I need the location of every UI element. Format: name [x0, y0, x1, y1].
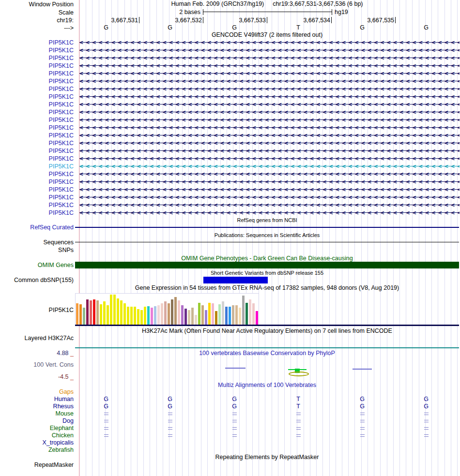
gtex-tissue-bar[interactable] [208, 303, 211, 325]
multiz-species-label[interactable]: Dog [62, 417, 74, 425]
gtex-tissue-bar[interactable] [144, 307, 146, 325]
gencode-transcript-label[interactable]: PIP5K1C [49, 202, 74, 208]
gtex-tissue-bar[interactable] [201, 305, 204, 325]
gtex-tissue-bar[interactable] [103, 301, 106, 325]
gencode-transcript-label[interactable]: PIP5K1C [49, 155, 74, 162]
gtex-tissue-bar[interactable] [188, 310, 190, 325]
omim-gene-bar[interactable] [75, 262, 459, 268]
gtex-tissue-bar[interactable] [154, 306, 156, 325]
multiz-alignment-mark[interactable] [360, 420, 365, 422]
gencode-transcript-label[interactable]: PIP5K1C [49, 62, 74, 69]
multiz-alignment-mark[interactable] [232, 413, 237, 415]
gtex-tissue-bar[interactable] [181, 305, 184, 325]
gtex-tissue-bar[interactable] [245, 303, 248, 325]
multiz-alignment-mark[interactable] [232, 420, 237, 422]
gtex-tissue-bar[interactable] [174, 297, 177, 325]
gtex-tissue-bar[interactable] [198, 303, 200, 325]
refseq-curated-label[interactable]: RefSeq Curated [30, 224, 74, 231]
gtex-tissue-bar[interactable] [161, 303, 163, 325]
gencode-transcript-label[interactable]: PIP5K1C [49, 209, 74, 216]
gtex-tissue-bar[interactable] [225, 307, 228, 325]
multiz-alignment-mark[interactable] [296, 434, 301, 437]
gencode-transcript-arrows[interactable]: <<<<<<<<<<<<<<<<<<<<<<<<<<<<<<<<<<<<<<<<… [79, 124, 460, 132]
gtex-tissue-bar[interactable] [239, 308, 241, 325]
multiz-aligned-base[interactable]: G [359, 403, 366, 410]
gtex-tissue-bar[interactable] [232, 305, 234, 325]
multiz-species-label[interactable]: Human [54, 396, 74, 403]
gtex-tissue-bar[interactable] [134, 307, 136, 325]
gencode-transcript-arrows[interactable]: <<<<<<<<<<<<<<<<<<<<<<<<<<<<<<<<<<<<<<<<… [79, 77, 460, 85]
gencode-transcript-label[interactable]: PIP5K1C [49, 70, 74, 77]
gtex-tissue-bar[interactable] [222, 301, 224, 325]
gtex-tissue-bar[interactable] [151, 308, 153, 325]
multiz-alignment-mark[interactable] [168, 427, 172, 430]
gtex-tissue-bar[interactable] [242, 296, 245, 325]
gencode-transcript-label[interactable]: PIP5K1C [49, 47, 74, 54]
gtex-expression-chart[interactable] [75, 293, 259, 325]
multiz-aligned-base[interactable]: T [295, 403, 302, 410]
gencode-transcript-arrows[interactable]: <<<<<<<<<<<<<<<<<<<<<<<<<<<<<<<<<<<<<<<<… [79, 193, 460, 201]
gtex-tissue-bar[interactable] [130, 307, 133, 325]
repeatmasker-label[interactable]: RepeatMasker [34, 461, 74, 468]
gtex-tissue-bar[interactable] [215, 311, 217, 325]
gencode-transcript-label[interactable]: PIP5K1C [49, 178, 74, 185]
gtex-tissue-bar[interactable] [140, 310, 143, 325]
gencode-transcript-arrows[interactable]: <<<<<<<<<<<<<<<<<<<<<<<<<<<<<<<<<<<<<<<<… [79, 93, 460, 101]
multiz-alignment-mark[interactable] [168, 413, 172, 415]
gencode-transcript-label[interactable]: PIP5K1C [49, 39, 74, 46]
gtex-tissue-bar[interactable] [229, 307, 231, 325]
vert-cons-label[interactable]: 100 Vert. Cons [33, 361, 74, 368]
gtex-tissue-bar[interactable] [178, 300, 180, 325]
gencode-transcript-arrows[interactable]: <<<<<<<<<<<<<<<<<<<<<<<<<<<<<<<<<<<<<<<<… [79, 46, 460, 54]
gtex-tissue-bar[interactable] [171, 299, 173, 325]
omim-genes-label[interactable]: OMIM Genes [38, 262, 74, 268]
gtex-tissue-bar[interactable] [205, 310, 207, 325]
multiz-alignment-mark[interactable] [360, 434, 365, 437]
multiz-aligned-base[interactable]: T [295, 396, 302, 403]
gencode-transcript-label[interactable]: PIP5K1C [49, 171, 74, 178]
gtex-tissue-bar[interactable] [96, 300, 99, 325]
multiz-aligned-base[interactable]: G [231, 396, 238, 403]
multiz-species-label[interactable]: Chicken [52, 432, 74, 439]
multiz-alignment-mark[interactable] [168, 434, 172, 437]
gencode-transcript-arrows[interactable]: <<<<<<<<<<<<<<<<<<<<<<<<<<<<<<<<<<<<<<<<… [79, 178, 460, 186]
multiz-alignment-mark[interactable] [232, 434, 237, 437]
multiz-species-label[interactable]: Zebrafish [48, 446, 74, 454]
multiz-aligned-base[interactable]: G [103, 396, 109, 403]
gtex-tissue-bar[interactable] [195, 315, 197, 325]
gtex-tissue-bar[interactable] [184, 309, 187, 325]
multiz-alignment-mark[interactable] [296, 427, 301, 430]
gtex-tissue-bar[interactable] [252, 303, 255, 325]
gtex-tissue-bar[interactable] [191, 308, 194, 325]
gencode-transcript-label[interactable]: PIP5K1C [49, 78, 74, 85]
multiz-alignment-mark[interactable] [232, 427, 237, 430]
multiz-alignment-mark[interactable] [360, 427, 365, 430]
gtex-tissue-bar[interactable] [256, 311, 258, 325]
gencode-transcript-arrows[interactable]: <<<<<<<<<<<<<<<<<<<<<<<<<<<<<<<<<<<<<<<<… [79, 132, 460, 139]
gtex-tissue-bar[interactable] [249, 299, 251, 325]
gencode-transcript-arrows[interactable]: <<<<<<<<<<<<<<<<<<<<<<<<<<<<<<<<<<<<<<<<… [79, 62, 460, 70]
h3k27ac-signal-line[interactable] [75, 347, 459, 348]
refseq-gene-line[interactable] [75, 227, 459, 228]
multiz-aligned-base[interactable]: G [423, 403, 429, 410]
gencode-transcript-arrows[interactable]: <<<<<<<<<<<<<<<<<<<<<<<<<<<<<<<<<<<<<<<<… [79, 201, 460, 209]
multiz-alignment-mark[interactable] [424, 427, 429, 430]
gtex-tissue-bar[interactable] [86, 299, 89, 325]
gencode-transcript-label[interactable]: PIP5K1C [49, 194, 74, 201]
sequences-label[interactable]: Sequences [43, 239, 74, 246]
gtex-tissue-bar[interactable] [164, 301, 167, 325]
gtex-tissue-bar[interactable] [120, 300, 123, 325]
gtex-tissue-bar[interactable] [137, 309, 139, 325]
gencode-transcript-label[interactable]: PIP5K1C [49, 117, 74, 123]
gencode-transcript-label[interactable]: PIP5K1C [49, 148, 74, 154]
gtex-tissue-bar[interactable] [79, 304, 82, 325]
gtex-tissue-bar[interactable] [168, 303, 170, 325]
multiz-alignment-mark[interactable] [104, 413, 108, 415]
gtex-tissue-bar[interactable] [93, 299, 95, 325]
gtex-tissue-bar[interactable] [76, 303, 78, 325]
multiz-species-label[interactable]: Gaps [59, 388, 74, 396]
gencode-transcript-arrows[interactable]: <<<<<<<<<<<<<<<<<<<<<<<<<<<<<<<<<<<<<<<<… [79, 85, 460, 93]
gtex-tissue-bar[interactable] [100, 304, 102, 325]
gtex-tissue-bar[interactable] [147, 306, 150, 325]
multiz-species-label[interactable]: Elephant [50, 425, 74, 432]
